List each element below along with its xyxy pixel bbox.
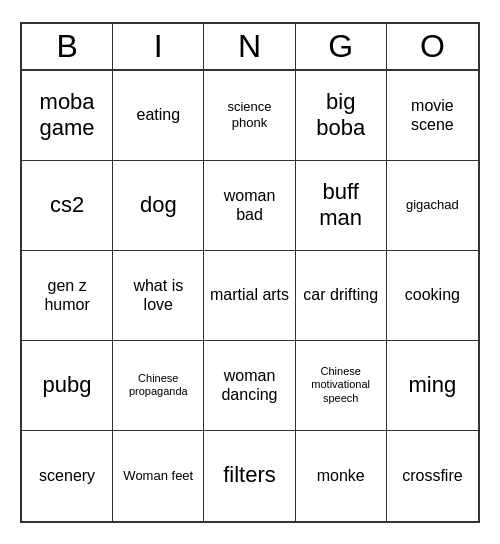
bingo-cell: Chinese propaganda: [113, 341, 204, 431]
cell-label: monke: [317, 466, 365, 485]
bingo-cell: woman bad: [204, 161, 295, 251]
bingo-cell: scenery: [22, 431, 113, 521]
cell-label: crossfire: [402, 466, 462, 485]
cell-label: car drifting: [303, 285, 378, 304]
bingo-cell: ming: [387, 341, 478, 431]
bingo-cell: pubg: [22, 341, 113, 431]
bingo-cell: Woman feet: [113, 431, 204, 521]
bingo-cell: movie scene: [387, 71, 478, 161]
bingo-cell: dog: [113, 161, 204, 251]
cell-label: what is love: [117, 276, 199, 314]
cell-label: eating: [136, 105, 180, 124]
cell-label: Woman feet: [123, 468, 193, 484]
bingo-cell: filters: [204, 431, 295, 521]
cell-label: gigachad: [406, 197, 459, 213]
bingo-cell: big boba: [296, 71, 387, 161]
bingo-cell: eating: [113, 71, 204, 161]
bingo-header-letter: O: [387, 24, 478, 69]
cell-label: filters: [223, 462, 276, 488]
bingo-cell: cs2: [22, 161, 113, 251]
bingo-cell: moba game: [22, 71, 113, 161]
bingo-cell: monke: [296, 431, 387, 521]
cell-label: pubg: [43, 372, 92, 398]
cell-label: big boba: [300, 89, 382, 142]
bingo-cell: crossfire: [387, 431, 478, 521]
cell-label: dog: [140, 192, 177, 218]
cell-label: buff man: [300, 179, 382, 232]
cell-label: martial arts: [210, 285, 289, 304]
bingo-cell: car drifting: [296, 251, 387, 341]
bingo-header-letter: G: [296, 24, 387, 69]
bingo-cell: gen z humor: [22, 251, 113, 341]
cell-label: Chinese propaganda: [117, 372, 199, 398]
cell-label: Chinese motivational speech: [300, 365, 382, 405]
cell-label: movie scene: [391, 96, 474, 134]
bingo-cell: science phonk: [204, 71, 295, 161]
cell-label: cs2: [50, 192, 84, 218]
cell-label: scenery: [39, 466, 95, 485]
bingo-header-letter: I: [113, 24, 204, 69]
cell-label: cooking: [405, 285, 460, 304]
cell-label: gen z humor: [26, 276, 108, 314]
bingo-cell: cooking: [387, 251, 478, 341]
bingo-header-letter: B: [22, 24, 113, 69]
bingo-card: BINGO moba gameeatingscience phonkbig bo…: [20, 22, 480, 523]
bingo-cell: buff man: [296, 161, 387, 251]
cell-label: moba game: [26, 89, 108, 142]
bingo-grid: moba gameeatingscience phonkbig bobamovi…: [22, 71, 478, 521]
bingo-cell: gigachad: [387, 161, 478, 251]
cell-label: ming: [409, 372, 457, 398]
cell-label: woman bad: [208, 186, 290, 224]
bingo-cell: martial arts: [204, 251, 295, 341]
cell-label: science phonk: [208, 99, 290, 130]
bingo-header: BINGO: [22, 24, 478, 71]
cell-label: woman dancing: [208, 366, 290, 404]
bingo-cell: what is love: [113, 251, 204, 341]
bingo-cell: Chinese motivational speech: [296, 341, 387, 431]
bingo-cell: woman dancing: [204, 341, 295, 431]
bingo-header-letter: N: [204, 24, 295, 69]
